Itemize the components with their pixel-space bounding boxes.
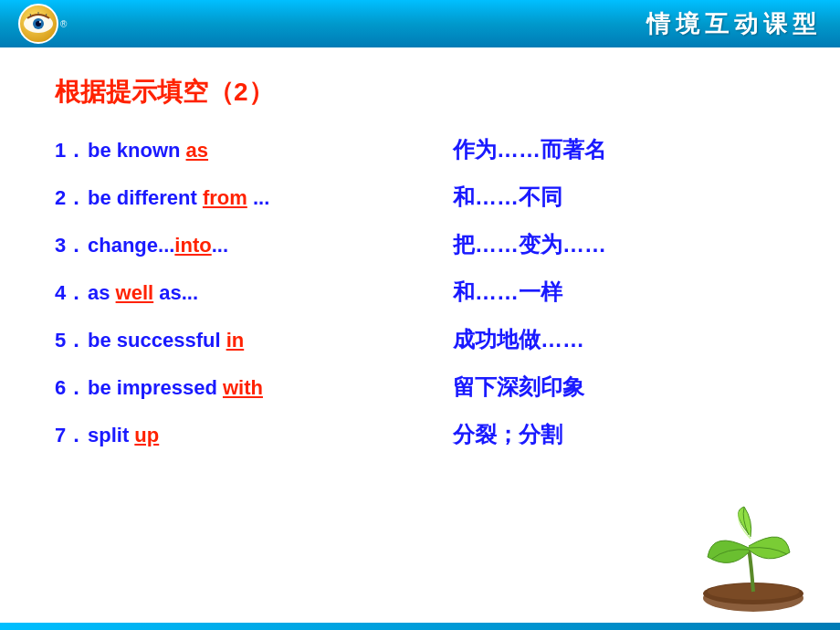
phrase-keyword-6: with xyxy=(223,376,263,399)
phrase-en-4: as well as... xyxy=(88,281,398,305)
top-bar: ® 情境互动课型 xyxy=(0,0,840,47)
phrase-zh-2: 和……不同 xyxy=(453,183,562,212)
phrase-row-5: 5．be successful in成功地做…… xyxy=(55,325,785,354)
phrase-num-4: 4． xyxy=(55,279,88,307)
phrase-zh-4: 和……一样 xyxy=(453,278,562,307)
plant-decoration xyxy=(694,502,813,612)
phrase-zh-6: 留下深刻印象 xyxy=(453,373,584,402)
phrase-zh-5: 成功地做…… xyxy=(453,325,584,354)
phrases-list: 1．be known as作为……而著名2．be different from … xyxy=(55,135,785,467)
phrase-num-3: 3． xyxy=(55,232,88,259)
phrase-en-6: be impressed with xyxy=(88,376,398,400)
phrase-num-5: 5． xyxy=(55,327,88,354)
phrase-zh-3: 把……变为…… xyxy=(453,230,606,259)
logo-area: ® xyxy=(18,4,67,44)
phrase-keyword-4: well xyxy=(116,281,154,304)
bottom-bar xyxy=(0,623,840,630)
header-title: 情境互动课型 xyxy=(646,8,822,40)
phrase-row-6: 6．be impressed with留下深刻印象 xyxy=(55,373,785,402)
phrase-keyword-3: into xyxy=(174,234,211,257)
section-title: 根据提示填空（2） xyxy=(55,75,785,110)
logo-svg xyxy=(22,7,55,40)
phrase-keyword-2: from xyxy=(203,186,247,209)
phrase-keyword-5: in xyxy=(226,329,245,352)
phrase-num-6: 6． xyxy=(55,374,88,402)
phrase-en-1: be known as xyxy=(88,139,398,163)
phrase-keyword-1: as xyxy=(186,139,208,162)
plant-svg xyxy=(694,502,813,612)
phrase-zh-7: 分裂；分割 xyxy=(453,420,562,449)
logo-circle xyxy=(18,4,58,44)
phrase-en-5: be successful in xyxy=(88,329,398,352)
phrase-num-2: 2． xyxy=(55,184,88,212)
phrase-en-7: split up xyxy=(88,424,398,447)
phrase-keyword-7: up xyxy=(134,424,159,446)
phrase-row-7: 7．split up分裂；分割 xyxy=(55,420,785,449)
main-content: 根据提示填空（2） 1．be known as作为……而著名2．be diffe… xyxy=(0,47,840,486)
phrase-row-1: 1．be known as作为……而著名 xyxy=(55,135,785,164)
phrase-en-3: change...into... xyxy=(88,234,398,257)
phrase-en-2: be different from ... xyxy=(88,186,398,210)
trademark: ® xyxy=(60,19,67,29)
phrase-num-1: 1． xyxy=(55,137,88,164)
phrase-row-3: 3．change...into...把……变为…… xyxy=(55,230,785,259)
phrase-row-2: 2．be different from ...和……不同 xyxy=(55,183,785,212)
phrase-zh-1: 作为……而著名 xyxy=(453,135,606,164)
phrase-row-4: 4．as well as...和……一样 xyxy=(55,278,785,307)
phrase-num-7: 7． xyxy=(55,422,88,449)
svg-point-3 xyxy=(39,21,41,23)
